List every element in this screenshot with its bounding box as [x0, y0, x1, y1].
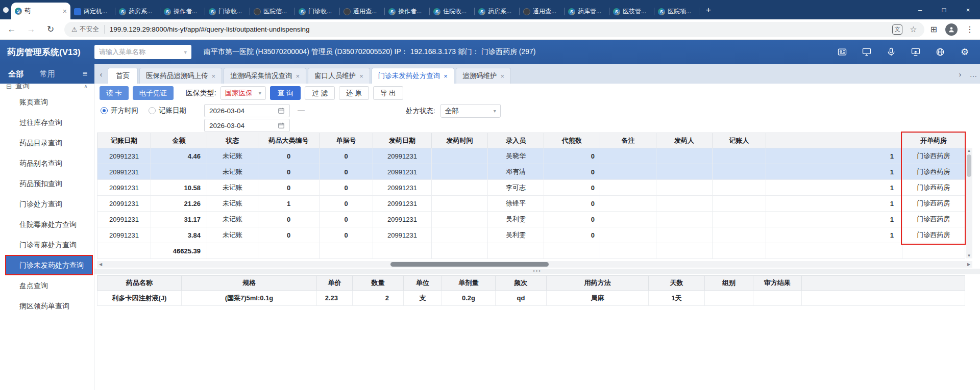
tab-more-icon[interactable]: … — [967, 64, 980, 84]
column-header[interactable]: 组别 — [705, 276, 753, 291]
sidebar-item[interactable]: 盘点查询 — [0, 275, 94, 296]
tab-close-icon[interactable]: × — [296, 72, 300, 80]
browser-tab[interactable]: S门诊收... — [295, 4, 340, 19]
extensions-icon[interactable]: ⊞ — [930, 24, 937, 34]
status-select[interactable]: 全部 ▾ — [440, 104, 501, 118]
column-header[interactable]: 单位 — [404, 276, 442, 291]
column-header[interactable]: 发药时间 — [432, 133, 488, 148]
sidebar-group-query[interactable]: ⊟ 查询 ∧ — [0, 84, 94, 92]
scroll-left-icon[interactable]: ◀ — [97, 261, 104, 268]
url-bar[interactable]: ⚠ 不安全 199.9.129.29:8000/his-yf/app/#/que… — [64, 22, 924, 37]
column-header[interactable]: 频次 — [496, 276, 547, 291]
tab-close-icon[interactable]: × — [444, 72, 448, 80]
refresh-button[interactable]: ↻ — [43, 22, 58, 37]
e-voucher-button[interactable]: 电子凭证 — [133, 86, 174, 100]
sidebar-item[interactable]: 药品别名查询 — [0, 153, 94, 173]
date-to-input[interactable]: 2026-03-04 — [204, 119, 290, 132]
profile-avatar[interactable] — [945, 23, 958, 36]
page-tab[interactable]: 追溯码维护× — [456, 68, 511, 84]
page-tab[interactable]: 医保药品追溯码上传× — [139, 68, 222, 84]
browser-tab[interactable]: S操作者... — [160, 4, 205, 19]
read-card-button[interactable]: 读 卡 — [100, 86, 129, 100]
new-tab-button[interactable]: + — [702, 4, 715, 17]
browser-tab[interactable]: S药房系... — [115, 4, 160, 19]
browser-tab[interactable]: 通用查... — [520, 4, 565, 19]
scrollbar-thumb[interactable] — [390, 262, 549, 267]
column-header[interactable]: 状态 — [207, 133, 258, 148]
menu-search-input[interactable]: 请输入菜单名称 ▾ — [94, 45, 191, 59]
tab-close-icon[interactable]: × — [359, 72, 363, 80]
browser-tab[interactable]: S医技管... — [609, 4, 654, 19]
column-header[interactable]: 单剂量 — [442, 276, 496, 291]
table-row[interactable]: 209912313.84未记账0020991231吴利雯01门诊西药房 — [97, 227, 965, 243]
monitor-icon[interactable] — [862, 47, 872, 57]
tab-scroll-right-icon[interactable]: › — [953, 64, 967, 84]
sidebar-item[interactable]: 住院毒麻处方查询 — [0, 214, 94, 235]
browser-tab[interactable]: S药房系... — [475, 4, 520, 19]
sidebar-tab-common[interactable]: 常用 — [32, 69, 63, 79]
column-header[interactable]: 代煎数 — [544, 133, 600, 148]
tab-search-button[interactable] — [0, 0, 11, 19]
globe-icon[interactable] — [935, 47, 945, 57]
page-tab[interactable]: 追溯码采集情况查询× — [224, 68, 306, 84]
back-button[interactable]: ← — [4, 22, 19, 37]
settings-gear-icon[interactable]: ⚙ — [960, 47, 970, 57]
column-header[interactable]: 备注 — [600, 133, 656, 148]
filter-button[interactable]: 过 滤 — [305, 86, 335, 100]
cast-icon[interactable] — [911, 47, 921, 57]
export-button[interactable]: 导 出 — [373, 86, 403, 100]
column-header[interactable]: 记账人 — [713, 133, 766, 148]
window-minimize-button[interactable]: – — [908, 0, 932, 19]
column-header[interactable]: 规格 — [182, 276, 317, 291]
radio-billing-date[interactable]: 记账日期 — [149, 106, 186, 115]
table-row[interactable]: 2099123131.17未记账0020991231吴利雯01门诊西药房 — [97, 212, 965, 227]
scroll-right-icon[interactable]: ▶ — [965, 261, 972, 268]
column-header[interactable] — [766, 133, 902, 148]
table-row[interactable]: 209912314.46未记账0020991231吴晓华01门诊西药房 — [97, 148, 965, 164]
sidebar-item[interactable]: 账页查询 — [0, 92, 94, 112]
tab-scroll-left-icon[interactable]: ‹ — [94, 64, 108, 84]
forward-button[interactable]: → — [23, 22, 39, 37]
browser-tab[interactable]: S操作者... — [385, 4, 430, 19]
insurance-type-select[interactable]: 国家医保 ▾ — [220, 86, 266, 100]
column-header[interactable]: 数量 — [353, 276, 404, 291]
browser-tab[interactable]: 医院信... — [250, 4, 295, 19]
date-from-input[interactable]: 2026-03-04 — [204, 104, 290, 117]
sidebar-item[interactable]: 过往库存查询 — [0, 112, 94, 133]
window-maximize-button[interactable]: □ — [932, 0, 956, 19]
column-header[interactable]: 发药人 — [656, 133, 713, 148]
column-header[interactable]: 药品大类编号 — [258, 133, 320, 148]
scroll-down-icon[interactable]: ▼ — [966, 253, 972, 258]
page-tab[interactable]: 首页 — [108, 68, 138, 84]
tab-close-icon[interactable]: × — [500, 72, 504, 80]
sidebar-item[interactable]: 药品预扣查询 — [0, 173, 94, 194]
column-header[interactable]: 记账日期 — [97, 133, 151, 148]
browser-tab[interactable]: S门诊收... — [205, 4, 250, 19]
column-header[interactable]: 审方结果 — [753, 276, 802, 291]
column-header[interactable]: 天数 — [649, 276, 705, 291]
browser-tab[interactable]: S药× — [11, 3, 70, 19]
sidebar-item[interactable]: 病区领药单查询 — [0, 296, 94, 316]
column-header[interactable]: 录入员 — [488, 133, 544, 148]
tab-close-icon[interactable]: × — [63, 7, 67, 15]
column-header[interactable]: 药品名称 — [97, 276, 182, 291]
column-header[interactable]: 用药方法 — [547, 276, 649, 291]
column-header[interactable]: 单据号 — [320, 133, 373, 148]
browser-tab[interactable]: S药库管... — [565, 4, 609, 19]
table-row[interactable]: 利多卡因注射液(J)(国采7)5ml:0.1g2.232支0.2gqd局麻1天 — [97, 291, 965, 306]
bookmark-star-icon[interactable]: ☆ — [910, 24, 917, 34]
sidebar-tab-all[interactable]: 全部 — [0, 69, 32, 79]
reset-button[interactable]: 还 原 — [339, 86, 369, 100]
sidebar-item[interactable]: 药品目录查询 — [0, 133, 94, 153]
sidebar-item[interactable]: 门诊未发药处方查询 — [5, 255, 93, 275]
translate-icon[interactable]: 文 — [892, 24, 902, 35]
page-tab[interactable]: 窗口人员维护× — [308, 68, 370, 84]
horizontal-scrollbar[interactable]: ◀ ▶ — [97, 261, 972, 268]
vertical-scrollbar[interactable]: ▲ ▼ — [966, 148, 972, 258]
table-row[interactable]: 2099123110.58未记账0020991231李可志01门诊西药房 — [97, 180, 965, 196]
browser-menu-icon[interactable]: ⋮ — [966, 24, 974, 34]
browser-tab[interactable]: 两定机... — [70, 4, 115, 19]
column-header[interactable]: 发药日期 — [373, 133, 432, 148]
scrollbar-thumb[interactable] — [967, 154, 971, 177]
column-header[interactable]: 单价 — [317, 276, 353, 291]
